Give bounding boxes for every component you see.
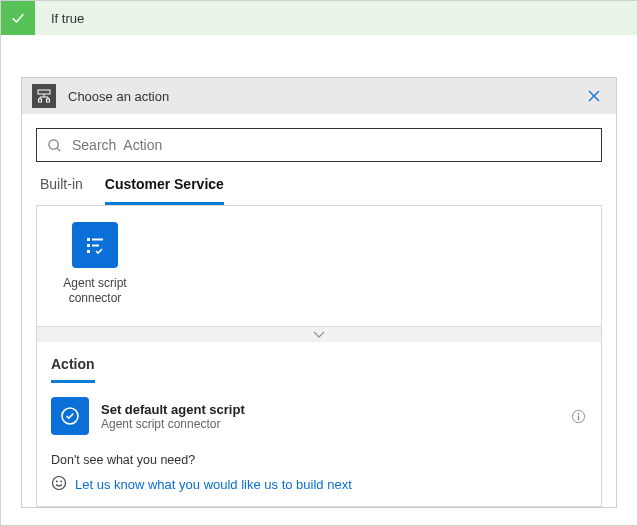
actions-panel: Action Set default agent script Agent sc… [36,342,602,507]
panel-title: Choose an action [68,89,582,104]
tab-customer-service[interactable]: Customer Service [105,176,224,205]
list-check-icon [72,222,118,268]
svg-rect-12 [92,245,99,247]
svg-point-19 [56,481,58,483]
svg-rect-17 [577,415,578,420]
tabs: Built-in Customer Service [36,162,602,205]
svg-point-20 [60,481,62,483]
choose-action-panel: Choose an action Built-in Customer Servi… [21,77,617,508]
search-icon [47,138,62,153]
if-true-bar: If true [1,1,637,35]
info-icon[interactable] [569,407,587,425]
action-name: Set default agent script [101,402,569,417]
tab-built-in[interactable]: Built-in [40,176,83,205]
close-icon[interactable] [582,84,606,108]
expand-row[interactable] [37,326,601,342]
svg-rect-10 [92,239,103,241]
action-subtitle: Agent script connector [101,417,569,431]
action-section-title: Action [51,356,95,383]
feedback-link[interactable]: Let us know what you would like us to bu… [75,477,352,492]
checkmark-icon [1,1,35,35]
action-set-default-agent-script[interactable]: Set default agent script Agent script co… [51,383,587,445]
svg-rect-6 [47,99,50,102]
panel-header: Choose an action [22,78,616,114]
search-box[interactable] [36,128,602,162]
svg-point-7 [49,139,58,148]
footer-question: Don't see what you need? [51,453,587,467]
action-panel-icon [32,84,56,108]
svg-rect-9 [87,238,90,241]
svg-rect-5 [39,99,42,102]
svg-line-8 [57,148,60,151]
panel-body: Built-in Customer Service Agent script c… [22,114,616,507]
if-true-title: If true [35,11,84,26]
svg-point-18 [53,477,66,490]
search-input[interactable] [70,136,591,154]
connector-label: Agent script connector [53,276,137,306]
connector-agent-script[interactable]: Agent script connector [53,222,137,306]
svg-rect-11 [87,244,90,247]
smiley-icon [51,475,67,494]
svg-rect-0 [38,90,50,94]
svg-rect-13 [87,250,90,253]
chevron-down-icon [313,327,325,342]
connector-area: Agent script connector [36,205,602,342]
svg-point-16 [577,412,579,414]
check-circle-icon [51,397,89,435]
